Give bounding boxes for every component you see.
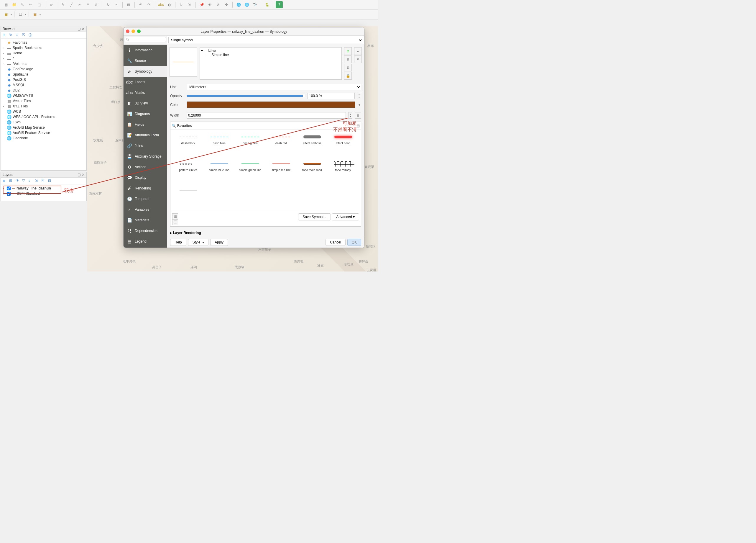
cut-icon[interactable]: ✂ — [76, 1, 83, 8]
collapse-all-icon[interactable]: ⇱ — [42, 178, 46, 183]
favorite-symbol[interactable]: effect neon — [328, 133, 358, 158]
favorite-symbol[interactable]: dash blue — [204, 133, 234, 158]
filter-icon[interactable]: ▽ — [16, 33, 20, 37]
redo-icon[interactable]: ↷ — [145, 1, 152, 8]
style-icon[interactable]: ◈ — [3, 178, 7, 183]
browser-item[interactable]: ◆DB2 — [1, 88, 86, 93]
new-project-icon[interactable]: ▦ — [2, 1, 9, 8]
sidebar-item-joins[interactable]: 🔗Joins — [124, 140, 167, 151]
sidebar-item-temporal[interactable]: 🕐Temporal — [124, 193, 167, 204]
browser-item[interactable]: 🌐OWS — [1, 119, 86, 125]
browser-item[interactable]: ▸▬/ — [1, 56, 86, 61]
browser-item[interactable]: 🌐GeoNode — [1, 135, 86, 141]
favorite-symbol[interactable]: simple blue line — [204, 160, 234, 185]
browser-item[interactable]: ▸▬Home — [1, 50, 86, 56]
binoculars-icon[interactable]: 🔭 — [252, 1, 259, 8]
node-tool-icon[interactable]: ✎ — [19, 1, 26, 8]
add-feature-icon[interactable]: ⬚ — [35, 1, 42, 8]
advanced-button[interactable]: Advanced ▾ — [332, 213, 359, 220]
sidebar-item-dependencies[interactable]: ⛓Dependencies — [124, 225, 167, 236]
favorite-symbol[interactable]: ○○○○○pattern circles — [173, 160, 203, 185]
browser-item[interactable]: ★Favorites — [1, 40, 86, 45]
unit-select[interactable]: Millimeters — [187, 84, 361, 90]
sidebar-item-variables[interactable]: εVariables — [124, 204, 167, 215]
browser-item[interactable]: ▸▦XYZ Tiles — [1, 104, 86, 109]
cancel-button[interactable]: Cancel — [326, 239, 345, 246]
icon-view-icon[interactable]: ▦ — [172, 213, 178, 219]
favorite-symbol[interactable]: effect emboss — [297, 133, 327, 158]
filter-legend-icon[interactable]: ▽ — [22, 178, 27, 183]
symbol-layers-tree[interactable]: ▾ — Line — Simple line — [200, 47, 342, 80]
hide-icon[interactable]: ⊘ — [215, 1, 222, 8]
layer-item[interactable]: ▾ — OSM Standard — [1, 191, 86, 196]
browser-item[interactable]: 🌐WCS — [1, 109, 86, 114]
collapse-icon[interactable]: ⇱ — [22, 33, 27, 37]
draw-icon[interactable]: ╱ — [68, 1, 75, 8]
browser-item[interactable]: ▸▬Spatial Bookmarks — [1, 45, 86, 50]
layer-item[interactable]: ▾ — railway_line_dazhun — [1, 186, 86, 191]
favorite-symbol[interactable]: dash green — [235, 133, 265, 158]
favorites-grid[interactable]: dash blackdash bluedash greendash redeff… — [170, 130, 361, 212]
panel-controls[interactable]: ▢ ✕ — [78, 27, 85, 31]
opacity-spinner[interactable]: ▴▾ — [357, 93, 361, 99]
show-icon[interactable]: 👁 — [206, 1, 213, 8]
layers-tree[interactable]: ▾ — railway_line_dazhun▾ — OSM Standard — [1, 184, 86, 197]
python-icon[interactable]: 🐍 — [264, 1, 271, 8]
favorite-symbol[interactable]: simple red line — [266, 160, 296, 185]
globe-search-icon[interactable]: 🌐 — [243, 1, 250, 8]
rotate-icon[interactable]: ↻ — [105, 1, 112, 8]
sidebar-item-rendering[interactable]: 🖌Rendering — [124, 183, 167, 193]
browser-item[interactable]: 🌐ArcGIS Feature Service — [1, 130, 86, 135]
visibility-icon[interactable]: 👁 — [16, 178, 20, 183]
opacity-slider[interactable] — [187, 95, 305, 97]
sidebar-item-diagrams[interactable]: 📊Diagrams — [124, 109, 167, 119]
color-menu-icon[interactable]: ▾ — [358, 103, 361, 107]
remove-symbol-layer-icon[interactable]: ⊖ — [344, 55, 352, 63]
expand-icon[interactable]: ⇲ — [35, 178, 40, 183]
pin-icon[interactable]: 📌 — [198, 1, 205, 8]
move-icon[interactable]: ✥ — [223, 1, 230, 8]
sidebar-item-3d-view[interactable]: ◧3D View — [124, 98, 167, 109]
browser-item[interactable]: ◆PostGIS — [1, 77, 86, 82]
symbol-child[interactable]: Simple line — [211, 53, 229, 57]
browser-item[interactable]: 🌐ArcGIS Map Service — [1, 125, 86, 130]
layer-rendering-section[interactable]: ▸ Layer Rendering — [167, 229, 364, 237]
refresh-icon[interactable]: ↻ — [9, 33, 14, 37]
add-selected-icon[interactable]: ⊞ — [3, 33, 7, 37]
sidebar-item-masks[interactable]: abcMasks — [124, 87, 167, 98]
remove-icon[interactable]: ⊟ — [48, 178, 53, 183]
duplicate-icon[interactable]: ⧉ — [344, 64, 352, 71]
sidebar-item-labels[interactable]: abcLabels — [124, 77, 167, 87]
move-up-icon[interactable]: ▲ — [354, 47, 362, 55]
move-down-icon[interactable]: ▼ — [354, 55, 362, 63]
label-move-icon[interactable]: ⇲ — [186, 1, 193, 8]
sidebar-search-input[interactable] — [125, 37, 166, 42]
save-symbol-button[interactable]: Save Symbol... — [298, 213, 331, 220]
undo-icon[interactable]: ↶ — [137, 1, 144, 8]
favorite-symbol[interactable] — [173, 186, 203, 209]
symbol-type-select[interactable]: Single symbol — [168, 37, 363, 43]
list-view-icon[interactable]: ☰ — [172, 219, 178, 225]
maximize-icon[interactable] — [137, 29, 141, 33]
edit-icon[interactable]: ✎ — [60, 1, 67, 8]
browser-item[interactable]: 🌐WFS / OGC API - Features — [1, 114, 86, 119]
favorite-symbol[interactable]: ┼┼┼┼┼┼┼┼topo railway — [328, 160, 358, 185]
label-props-icon[interactable]: ㏓ — [178, 1, 185, 8]
add-symbol-layer-icon[interactable]: ⊕ — [344, 47, 352, 55]
sidebar-item-display[interactable]: 💬Display — [124, 172, 167, 183]
poly-icon[interactable]: ▱ — [47, 1, 55, 8]
width-data-defined-icon[interactable]: ⊟ — [355, 112, 361, 119]
expr-icon[interactable]: ε — [29, 178, 33, 183]
sidebar-item-symbology[interactable]: 🖌Symbology — [124, 66, 167, 77]
width-input[interactable] — [187, 112, 346, 119]
help-icon[interactable]: ? — [276, 1, 283, 8]
sidebar-item-actions[interactable]: ⚙Actions — [124, 162, 167, 172]
sidebar-item-information[interactable]: ℹInformation — [124, 45, 167, 55]
new-layer-icon[interactable]: ⊞ — [125, 1, 132, 8]
symbol-root[interactable]: Line — [208, 49, 216, 53]
merge-icon[interactable]: ⊕ — [93, 1, 100, 8]
ok-button[interactable]: OK — [347, 239, 361, 246]
browser-item[interactable]: 🌐WMS/WMTS — [1, 93, 86, 98]
close-icon[interactable] — [126, 29, 129, 33]
diagram-icon[interactable]: ◐ — [166, 1, 173, 8]
